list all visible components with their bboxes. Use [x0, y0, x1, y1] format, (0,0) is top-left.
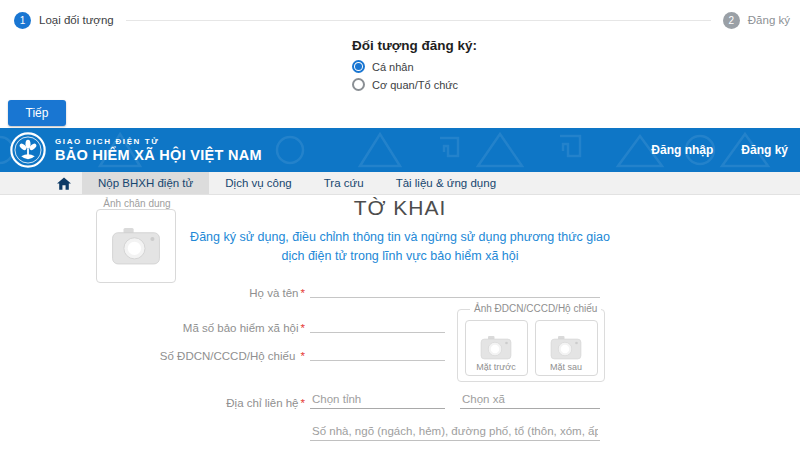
id-number-input[interactable] [310, 341, 445, 361]
login-link[interactable]: Đăng nhập [651, 143, 713, 157]
camera-icon [480, 335, 512, 360]
nav-item-dich-vu-cong[interactable]: Dịch vụ công [209, 172, 307, 194]
form-subtitle: Đăng ký sử dụng, điều chỉnh thông tin và… [185, 228, 615, 267]
street-address-input[interactable] [310, 421, 600, 441]
step-2: 2 Đăng ký [723, 12, 790, 29]
registration-type-title: Đối tượng đăng ký: [352, 38, 477, 53]
radio-label-individual: Cá nhân [372, 61, 414, 73]
id-photo-boxes: Mặt trước Mặt sau [458, 310, 604, 381]
nav-item-tai-lieu[interactable]: Tài liệu & ứng dụng [380, 172, 512, 194]
step-1-label: Loại đối tượng [39, 14, 114, 26]
header-auth-links: Đăng nhập Đăng ký [651, 128, 788, 172]
camera-icon [111, 226, 161, 266]
brand-line1: GIAO DỊCH ĐIỆN TỬ [55, 137, 262, 147]
radio-option-organization[interactable]: Cơ quan/Tổ chức [352, 78, 477, 91]
register-link[interactable]: Đăng ký [741, 143, 788, 157]
brand-text: GIAO DỊCH ĐIỆN TỬ BẢO HIỂM XÃ HỘI VIỆT N… [55, 137, 262, 164]
radio-option-individual[interactable]: Cá nhân [352, 60, 477, 73]
id-front-upload[interactable]: Mặt trước [465, 320, 528, 376]
id-front-caption: Mặt trước [476, 362, 515, 372]
step-2-number: 2 [723, 12, 740, 29]
step-1-number: 1 [14, 12, 31, 29]
required-marker: * [301, 397, 305, 409]
camera-icon [550, 335, 582, 360]
home-nav-button[interactable] [46, 172, 82, 194]
id-photo-group: Ảnh ĐDCN/CCCD/Hộ chiếu Mặt trước Mặt sau [457, 309, 605, 382]
social-insurance-number-input[interactable] [310, 313, 445, 333]
brand-logo-and-title[interactable]: GIAO DỊCH ĐIỆN TỬ BẢO HIỂM XÃ HỘI VIỆT N… [10, 132, 262, 168]
step-1: 1 Loại đối tượng [14, 12, 114, 29]
form-title: TỜ KHAI [0, 196, 800, 220]
id-back-upload[interactable]: Mặt sau [535, 320, 598, 376]
social-insurance-number-label: Mã số bảo hiểm xã hội* [0, 322, 305, 334]
contact-address-label: Địa chỉ liên hệ* [0, 397, 305, 409]
radio-icon-individual [352, 60, 365, 73]
vss-logo-icon [10, 132, 46, 168]
full-name-label: Họ và tên* [0, 287, 305, 299]
next-button[interactable]: Tiếp [8, 100, 66, 126]
nav-item-tra-cuu[interactable]: Tra cứu [308, 172, 380, 194]
commune-select[interactable]: Chọn xã [460, 393, 600, 409]
home-icon [57, 177, 71, 190]
portrait-photo-upload[interactable] [96, 209, 176, 283]
brand-line2: BẢO HIỂM XÃ HỘI VIỆT NAM [55, 147, 262, 164]
main-nav: Nộp BHXH điện tử Dịch vụ công Tra cứu Tà… [0, 172, 800, 195]
full-name-input[interactable] [310, 278, 600, 298]
site-header: GIAO DỊCH ĐIỆN TỬ BẢO HIỂM XÃ HỘI VIỆT N… [0, 128, 800, 172]
step-2-label: Đăng ký [748, 14, 790, 26]
nav-item-nop-bhxh[interactable]: Nộp BHXH điện tử [82, 172, 209, 194]
radio-icon-organization [352, 78, 365, 91]
id-number-label: Số ĐDCN/CCCD/Hộ chiếu * [0, 350, 305, 362]
wizard-stepper: 1 Loại đối tượng 2 Đăng ký [0, 10, 800, 30]
required-marker: * [301, 287, 305, 299]
province-select[interactable]: Chọn tỉnh [310, 393, 445, 409]
required-marker: * [301, 322, 305, 334]
radio-label-organization: Cơ quan/Tổ chức [372, 79, 458, 91]
stepper-connector-line [126, 20, 711, 21]
registration-type-group: Đối tượng đăng ký: Cá nhân Cơ quan/Tổ ch… [352, 38, 477, 91]
required-marker: * [301, 350, 305, 362]
id-back-caption: Mặt sau [550, 362, 582, 372]
